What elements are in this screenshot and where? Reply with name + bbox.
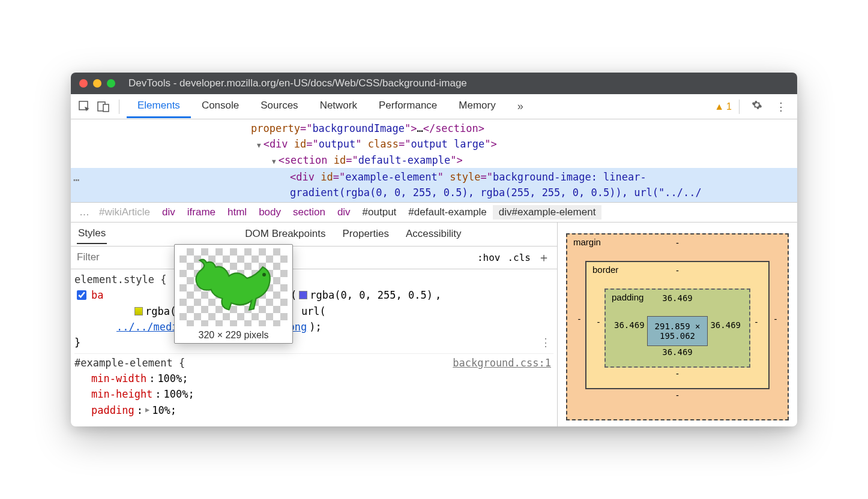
window-titlebar: DevTools - developer.mozilla.org/en-US/d… xyxy=(71,73,797,94)
prop-value[interactable]: 100%; xyxy=(157,371,188,386)
box-model-border[interactable]: border - - padding 36.469 36.469 291.859… xyxy=(585,261,770,389)
tag-div: div xyxy=(270,138,288,150)
padding-left[interactable]: 36.469 xyxy=(614,320,645,330)
border-bottom[interactable]: - xyxy=(595,368,760,380)
styles-panel[interactable]: element.style { ba linear-gradient( rgba… xyxy=(71,269,557,426)
margin-bottom[interactable]: - xyxy=(576,389,779,401)
prop-toggle-checkbox[interactable] xyxy=(77,290,86,300)
breadcrumb-item[interactable]: #wikiArticle xyxy=(93,205,156,220)
selected-element-row[interactable]: <div id="example-element" style="backgro… xyxy=(71,168,797,202)
rule-menu-icon[interactable]: ⋮ xyxy=(540,334,551,351)
breadcrumb-item[interactable]: div xyxy=(156,205,181,220)
tag-close: section xyxy=(435,122,478,134)
subtab-styles[interactable]: Styles xyxy=(77,224,107,244)
border-top[interactable]: - xyxy=(595,264,760,276)
prop-name[interactable]: padding xyxy=(91,402,134,418)
prop-name[interactable]: min-height xyxy=(91,386,152,402)
padding-bottom[interactable]: 36.469 xyxy=(614,346,741,358)
kebab-menu-icon[interactable]: ⋮ xyxy=(771,100,791,113)
hov-toggle[interactable]: :hov xyxy=(477,252,501,263)
color-swatch-icon[interactable] xyxy=(299,291,307,299)
lizard-icon xyxy=(188,254,279,320)
inspect-icon[interactable] xyxy=(77,99,92,115)
breadcrumb-item[interactable]: section xyxy=(287,205,331,220)
margin-top[interactable]: - xyxy=(576,237,779,249)
window-title: DevTools - developer.mozilla.org/en-US/d… xyxy=(128,77,467,89)
breadcrumb-overflow[interactable]: … xyxy=(76,206,93,218)
more-tabs-icon[interactable]: » xyxy=(514,100,527,113)
minimize-window-icon[interactable] xyxy=(93,79,101,88)
subtab-accessibility[interactable]: Accessibility xyxy=(405,224,463,244)
prop-name[interactable]: min-width xyxy=(91,371,146,386)
rule-close: } xyxy=(74,335,553,350)
svg-point-3 xyxy=(262,273,266,276)
margin-right[interactable]: - xyxy=(772,314,779,324)
device-toggle-icon[interactable] xyxy=(96,99,112,115)
warning-icon: ▲ xyxy=(714,101,724,112)
prop-value[interactable]: 100%; xyxy=(164,386,194,402)
warnings-count: 1 xyxy=(726,101,732,112)
color-value[interactable]: rgba(0, 0, 255, 0.5) xyxy=(310,287,433,303)
breadcrumb-item[interactable]: html xyxy=(222,205,253,220)
tag-section: section xyxy=(285,154,328,166)
breadcrumb-selected[interactable]: div#example-element xyxy=(493,205,602,220)
svg-rect-2 xyxy=(103,104,109,112)
warnings-badge[interactable]: ▲ 1 xyxy=(714,101,732,112)
attr-value: backgroundImage xyxy=(312,122,405,134)
checker-background xyxy=(179,248,288,326)
tab-sources[interactable]: Sources xyxy=(250,95,309,118)
box-model-padding[interactable]: padding 36.469 36.469 291.859 × 195.062 … xyxy=(604,288,750,368)
box-model-margin[interactable]: margin - - border - - padding 36.469 xyxy=(566,233,789,420)
maximize-window-icon[interactable] xyxy=(107,79,115,88)
source-link[interactable]: background.css:1 xyxy=(453,355,551,371)
breadcrumb-item[interactable]: body xyxy=(253,205,287,220)
border-left[interactable]: - xyxy=(595,317,602,327)
padding-right[interactable]: 36.469 xyxy=(710,320,741,330)
tab-console[interactable]: Console xyxy=(191,95,250,118)
image-preview-tooltip: 320 × 229 pixels xyxy=(174,244,293,344)
tab-elements[interactable]: Elements xyxy=(127,95,191,118)
expand-shorthand-icon[interactable]: ▶ xyxy=(145,404,149,416)
breadcrumb-item[interactable]: #default-example xyxy=(402,205,492,220)
prop-value[interactable]: 10%; xyxy=(152,402,176,418)
subtab-properties[interactable]: Properties xyxy=(341,224,390,244)
breadcrumb-item[interactable]: div xyxy=(331,205,357,220)
breadcrumb-item[interactable]: #output xyxy=(357,205,403,220)
prop-name[interactable]: ba xyxy=(91,287,103,303)
color-swatch-icon[interactable] xyxy=(134,307,143,315)
rule-selector[interactable]: element.style { xyxy=(74,272,553,287)
tab-network[interactable]: Network xyxy=(309,95,368,118)
new-rule-icon[interactable]: ＋ xyxy=(538,250,550,266)
attr-name: property xyxy=(251,122,300,134)
elements-tree[interactable]: property="backgroundImage">…</section> <… xyxy=(71,119,797,202)
content-dimensions[interactable]: 291.859 × 195.062 xyxy=(647,316,708,346)
tab-performance[interactable]: Performance xyxy=(368,95,448,118)
breadcrumb[interactable]: … #wikiArticle div iframe html body sect… xyxy=(71,202,797,223)
margin-left[interactable]: - xyxy=(576,314,583,324)
tab-memory[interactable]: Memory xyxy=(448,95,506,118)
box-model-panel: margin - - border - - padding 36.469 xyxy=(557,223,797,426)
styles-subtabs: Styles DOM Breakpoints Properties Access… xyxy=(71,223,557,247)
breadcrumb-item[interactable]: iframe xyxy=(181,205,222,220)
cls-toggle[interactable]: .cls xyxy=(507,252,531,263)
gear-icon[interactable] xyxy=(747,100,767,113)
main-toolbar: Elements Console Sources Network Perform… xyxy=(71,94,797,119)
panel-tabs: Elements Console Sources Network Perform… xyxy=(127,95,507,118)
border-right[interactable]: - xyxy=(753,317,760,327)
image-dimensions-label: 320 × 229 pixels xyxy=(199,330,269,341)
subtab-dom-breakpoints[interactable]: DOM Breakpoints xyxy=(244,224,327,244)
close-window-icon[interactable] xyxy=(79,79,88,88)
traffic-lights xyxy=(79,79,115,88)
